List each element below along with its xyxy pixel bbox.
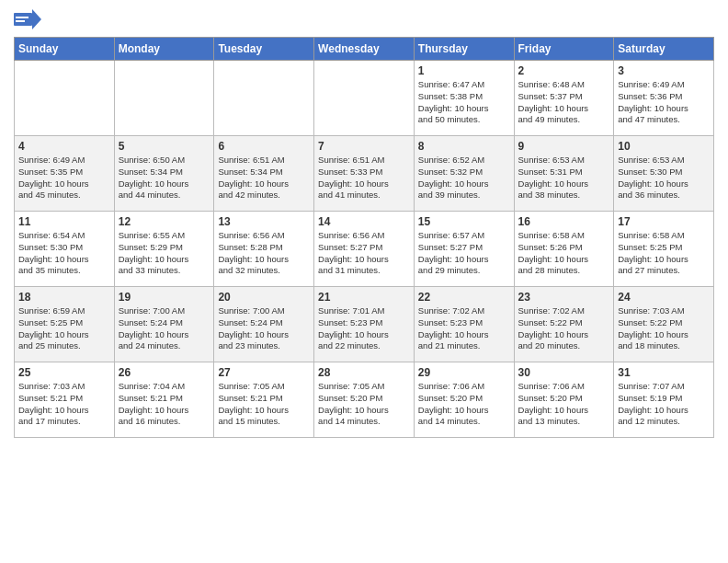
day-info: Sunrise: 6:58 AM Sunset: 5:25 PM Dayligh… [618, 230, 710, 277]
page-header [14, 9, 714, 29]
day-number: 9 [518, 140, 610, 153]
day-info: Sunrise: 7:07 AM Sunset: 5:19 PM Dayligh… [618, 381, 710, 428]
day-number: 30 [518, 366, 610, 379]
week-row-3: 11Sunrise: 6:54 AM Sunset: 5:30 PM Dayli… [15, 212, 714, 287]
logo-icon [14, 9, 41, 29]
weekday-header-monday: Monday [114, 38, 214, 61]
calendar-cell: 10Sunrise: 6:53 AM Sunset: 5:30 PM Dayli… [614, 136, 714, 212]
day-info: Sunrise: 7:05 AM Sunset: 5:21 PM Dayligh… [218, 381, 310, 428]
day-info: Sunrise: 6:52 AM Sunset: 5:32 PM Dayligh… [418, 155, 510, 201]
day-number: 10 [618, 140, 710, 153]
calendar-cell: 3Sunrise: 6:49 AM Sunset: 5:36 PM Daylig… [614, 61, 714, 136]
weekday-header-tuesday: Tuesday [214, 38, 314, 61]
week-row-5: 25Sunrise: 7:03 AM Sunset: 5:21 PM Dayli… [15, 362, 714, 438]
day-number: 18 [18, 291, 110, 304]
calendar-cell: 22Sunrise: 7:02 AM Sunset: 5:23 PM Dayli… [414, 287, 514, 362]
weekday-header-wednesday: Wednesday [314, 38, 415, 61]
day-number: 12 [119, 215, 210, 228]
calendar-cell: 30Sunrise: 7:06 AM Sunset: 5:20 PM Dayli… [514, 362, 614, 438]
weekday-header-saturday: Saturday [614, 38, 714, 61]
week-row-2: 4Sunrise: 6:49 AM Sunset: 5:35 PM Daylig… [15, 136, 714, 212]
calendar-cell: 31Sunrise: 7:07 AM Sunset: 5:19 PM Dayli… [614, 362, 714, 438]
calendar-cell: 6Sunrise: 6:51 AM Sunset: 5:34 PM Daylig… [214, 136, 314, 212]
day-info: Sunrise: 6:48 AM Sunset: 5:37 PM Dayligh… [518, 79, 610, 126]
calendar-cell: 8Sunrise: 6:52 AM Sunset: 5:32 PM Daylig… [414, 136, 514, 212]
calendar-cell: 21Sunrise: 7:01 AM Sunset: 5:23 PM Dayli… [314, 287, 415, 362]
day-info: Sunrise: 7:00 AM Sunset: 5:24 PM Dayligh… [218, 305, 310, 352]
day-number: 26 [119, 366, 210, 379]
week-row-4: 18Sunrise: 6:59 AM Sunset: 5:25 PM Dayli… [15, 287, 714, 362]
day-info: Sunrise: 6:47 AM Sunset: 5:38 PM Dayligh… [418, 79, 510, 126]
day-info: Sunrise: 7:06 AM Sunset: 5:20 PM Dayligh… [418, 381, 510, 428]
day-number: 20 [218, 291, 310, 304]
calendar-table: SundayMondayTuesdayWednesdayThursdayFrid… [14, 37, 714, 438]
day-number: 22 [418, 291, 510, 304]
calendar-cell: 9Sunrise: 6:53 AM Sunset: 5:31 PM Daylig… [514, 136, 614, 212]
day-info: Sunrise: 7:06 AM Sunset: 5:20 PM Dayligh… [518, 381, 610, 428]
calendar-cell: 25Sunrise: 7:03 AM Sunset: 5:21 PM Dayli… [15, 362, 115, 438]
day-info: Sunrise: 6:56 AM Sunset: 5:27 PM Dayligh… [318, 230, 410, 277]
day-number: 15 [418, 215, 510, 228]
calendar-cell: 14Sunrise: 6:56 AM Sunset: 5:27 PM Dayli… [314, 212, 415, 287]
day-info: Sunrise: 7:02 AM Sunset: 5:23 PM Dayligh… [418, 305, 510, 352]
day-number: 3 [618, 64, 710, 77]
calendar-cell: 11Sunrise: 6:54 AM Sunset: 5:30 PM Dayli… [15, 212, 115, 287]
calendar-cell: 23Sunrise: 7:02 AM Sunset: 5:22 PM Dayli… [514, 287, 614, 362]
day-info: Sunrise: 6:49 AM Sunset: 5:35 PM Dayligh… [18, 155, 110, 201]
calendar-cell [214, 61, 314, 136]
day-info: Sunrise: 6:51 AM Sunset: 5:34 PM Dayligh… [218, 155, 310, 201]
logo [14, 9, 45, 29]
day-info: Sunrise: 6:56 AM Sunset: 5:28 PM Dayligh… [218, 230, 310, 277]
calendar-cell: 27Sunrise: 7:05 AM Sunset: 5:21 PM Dayli… [214, 362, 314, 438]
calendar-cell [114, 61, 214, 136]
day-number: 5 [119, 140, 210, 153]
calendar-cell: 12Sunrise: 6:55 AM Sunset: 5:29 PM Dayli… [114, 212, 214, 287]
day-info: Sunrise: 6:53 AM Sunset: 5:30 PM Dayligh… [618, 155, 710, 201]
calendar-cell: 7Sunrise: 6:51 AM Sunset: 5:33 PM Daylig… [314, 136, 415, 212]
svg-rect-0 [14, 13, 32, 26]
calendar-cell: 26Sunrise: 7:04 AM Sunset: 5:21 PM Dayli… [114, 362, 214, 438]
day-info: Sunrise: 6:51 AM Sunset: 5:33 PM Dayligh… [318, 155, 410, 201]
day-number: 16 [518, 215, 610, 228]
calendar-cell: 15Sunrise: 6:57 AM Sunset: 5:27 PM Dayli… [414, 212, 514, 287]
weekday-header-thursday: Thursday [414, 38, 514, 61]
calendar-cell: 29Sunrise: 7:06 AM Sunset: 5:20 PM Dayli… [414, 362, 514, 438]
day-info: Sunrise: 6:49 AM Sunset: 5:36 PM Dayligh… [618, 79, 710, 126]
calendar-cell: 20Sunrise: 7:00 AM Sunset: 5:24 PM Dayli… [214, 287, 314, 362]
calendar-cell: 13Sunrise: 6:56 AM Sunset: 5:28 PM Dayli… [214, 212, 314, 287]
day-number: 23 [518, 291, 610, 304]
day-info: Sunrise: 7:03 AM Sunset: 5:22 PM Dayligh… [618, 305, 710, 352]
day-number: 2 [518, 64, 610, 77]
day-info: Sunrise: 6:50 AM Sunset: 5:34 PM Dayligh… [119, 155, 210, 201]
day-number: 29 [418, 366, 510, 379]
calendar-cell: 17Sunrise: 6:58 AM Sunset: 5:25 PM Dayli… [614, 212, 714, 287]
day-info: Sunrise: 7:01 AM Sunset: 5:23 PM Dayligh… [318, 305, 410, 352]
day-number: 28 [318, 366, 410, 379]
calendar-cell: 28Sunrise: 7:05 AM Sunset: 5:20 PM Dayli… [314, 362, 415, 438]
calendar-cell: 5Sunrise: 6:50 AM Sunset: 5:34 PM Daylig… [114, 136, 214, 212]
day-info: Sunrise: 6:58 AM Sunset: 5:26 PM Dayligh… [518, 230, 610, 277]
day-number: 8 [418, 140, 510, 153]
day-info: Sunrise: 7:04 AM Sunset: 5:21 PM Dayligh… [119, 381, 210, 428]
calendar-cell: 2Sunrise: 6:48 AM Sunset: 5:37 PM Daylig… [514, 61, 614, 136]
day-number: 14 [318, 215, 410, 228]
calendar-cell: 16Sunrise: 6:58 AM Sunset: 5:26 PM Dayli… [514, 212, 614, 287]
day-number: 11 [18, 215, 110, 228]
day-info: Sunrise: 6:54 AM Sunset: 5:30 PM Dayligh… [18, 230, 110, 277]
day-number: 13 [218, 215, 310, 228]
week-row-1: 1Sunrise: 6:47 AM Sunset: 5:38 PM Daylig… [15, 61, 714, 136]
day-number: 25 [18, 366, 110, 379]
calendar-cell: 1Sunrise: 6:47 AM Sunset: 5:38 PM Daylig… [414, 61, 514, 136]
calendar-cell: 4Sunrise: 6:49 AM Sunset: 5:35 PM Daylig… [15, 136, 115, 212]
calendar-cell: 24Sunrise: 7:03 AM Sunset: 5:22 PM Dayli… [614, 287, 714, 362]
svg-rect-2 [16, 17, 28, 18]
day-info: Sunrise: 7:00 AM Sunset: 5:24 PM Dayligh… [119, 305, 210, 352]
calendar-cell [15, 61, 115, 136]
day-info: Sunrise: 7:05 AM Sunset: 5:20 PM Dayligh… [318, 381, 410, 428]
svg-marker-1 [32, 9, 41, 29]
day-info: Sunrise: 7:02 AM Sunset: 5:22 PM Dayligh… [518, 305, 610, 352]
day-number: 21 [318, 291, 410, 304]
day-info: Sunrise: 6:59 AM Sunset: 5:25 PM Dayligh… [18, 305, 110, 352]
calendar-cell: 18Sunrise: 6:59 AM Sunset: 5:25 PM Dayli… [15, 287, 115, 362]
day-number: 27 [218, 366, 310, 379]
